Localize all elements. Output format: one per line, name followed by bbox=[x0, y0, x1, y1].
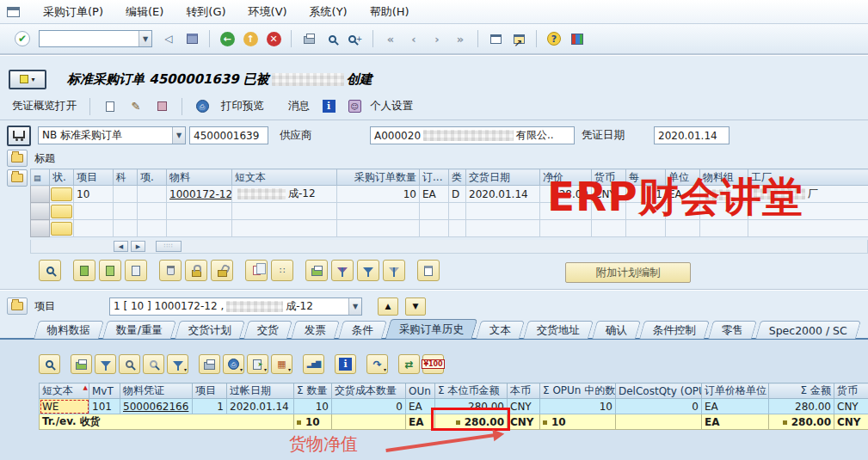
graphic-icon[interactable]: ▂▅▇ bbox=[303, 354, 324, 374]
column-item[interactable]: 项目 bbox=[74, 169, 114, 186]
empty-cell[interactable] bbox=[466, 203, 540, 220]
col-item[interactable]: 项目 bbox=[193, 383, 227, 399]
exit-button[interactable]: ↑ bbox=[240, 29, 261, 49]
col-amount-lc[interactable]: Σ 本位币金额 bbox=[435, 383, 508, 399]
vendor-field[interactable]: A000020有限公.. bbox=[370, 126, 575, 144]
item-cat-cell[interactable] bbox=[138, 186, 167, 203]
totals-label-cell[interactable]: Tr./ev. 收货 bbox=[40, 414, 294, 430]
messages-button[interactable]: 消息 bbox=[285, 97, 313, 115]
col-qty-opun[interactable]: Σ OPUn 中的数量 bbox=[540, 383, 616, 399]
currency-cell[interactable]: CNY bbox=[834, 399, 868, 414]
tab-conditions[interactable]: 条件 bbox=[338, 321, 387, 339]
filter-icon[interactable] bbox=[357, 260, 379, 281]
totals-qty-cell[interactable]: 10 bbox=[294, 414, 332, 430]
document-overview-button[interactable]: 凭证概览打开 bbox=[9, 97, 80, 115]
unlock-item-icon[interactable] bbox=[211, 260, 233, 281]
sort-ascending-icon[interactable] bbox=[71, 354, 92, 374]
default-values-icon[interactable]: ∷ bbox=[271, 260, 293, 281]
menu-purchase-order[interactable]: 采购订单(P) bbox=[32, 4, 114, 20]
save-button[interactable] bbox=[182, 29, 202, 49]
empty-cell[interactable] bbox=[466, 220, 540, 237]
menu-help[interactable]: 帮助(H) bbox=[359, 4, 421, 20]
display-change-button[interactable] bbox=[151, 96, 172, 116]
item-detail-icon[interactable] bbox=[73, 260, 95, 281]
totals-delivery-cost-cell[interactable] bbox=[332, 414, 406, 430]
customize-layout-button[interactable] bbox=[567, 29, 588, 49]
chevron-down-icon[interactable]: ▼ bbox=[172, 127, 185, 144]
tab-delivery-address[interactable]: 交货地址 bbox=[523, 321, 594, 339]
header-expand-button[interactable] bbox=[7, 126, 31, 146]
system-menu-icon[interactable] bbox=[7, 7, 20, 17]
help-button[interactable]: ? bbox=[544, 29, 564, 49]
set-filter-icon[interactable]: ▾ bbox=[167, 354, 188, 374]
empty-cell[interactable] bbox=[167, 203, 232, 220]
item-cell[interactable]: 1 bbox=[193, 399, 227, 414]
menu-environment[interactable]: 环境(V) bbox=[237, 4, 299, 20]
empty-cell[interactable] bbox=[232, 203, 337, 220]
new-session-button[interactable] bbox=[485, 29, 506, 49]
enter-button[interactable]: ✔ bbox=[12, 29, 33, 49]
tab-quantities-weights[interactable]: 数量/重量 bbox=[102, 321, 176, 339]
create-document-button[interactable] bbox=[100, 96, 120, 116]
sort-icon[interactable] bbox=[331, 260, 354, 281]
back-button[interactable]: ← bbox=[217, 29, 237, 49]
menu-goto[interactable]: 转到(G) bbox=[175, 4, 237, 20]
material-document-cell[interactable]: 5000062166 bbox=[120, 399, 193, 414]
po-number-field[interactable]: 4500001639 bbox=[189, 126, 268, 144]
scroll-left-button[interactable]: ◀ bbox=[114, 241, 128, 252]
status-cell[interactable] bbox=[50, 220, 74, 237]
totals-qty-opun-cell[interactable]: 10 bbox=[540, 414, 616, 430]
layout-icon[interactable]: ▦▾ bbox=[271, 354, 292, 374]
find-next-button[interactable]: + bbox=[345, 29, 366, 49]
account-cell[interactable] bbox=[114, 186, 138, 203]
change-button[interactable]: ✎ bbox=[126, 96, 146, 116]
posting-date-cell[interactable]: 2020.01.14 bbox=[227, 399, 294, 414]
item-details-icon[interactable] bbox=[39, 260, 61, 281]
empty-cell[interactable] bbox=[449, 220, 466, 237]
item-collapse-button[interactable] bbox=[7, 297, 28, 315]
row-selector[interactable] bbox=[31, 220, 50, 237]
menu-edit[interactable]: 编辑(E) bbox=[114, 4, 175, 20]
find-next-icon[interactable] bbox=[143, 354, 164, 374]
mvt-cell[interactable]: 101 bbox=[89, 399, 120, 414]
short-text-cell[interactable]: 成-12 bbox=[232, 186, 337, 203]
personal-settings-button[interactable]: ☺ bbox=[344, 96, 365, 116]
details-icon[interactable] bbox=[39, 354, 60, 374]
delivery-cost-qty-cell[interactable]: 0 bbox=[332, 399, 406, 414]
column-item-cat[interactable]: 项. bbox=[138, 169, 167, 186]
status-cell[interactable] bbox=[50, 186, 74, 203]
tab-retail[interactable]: 零售 bbox=[708, 321, 757, 339]
column-account[interactable]: 科 bbox=[114, 169, 138, 186]
col-delcostqty-opun[interactable]: DelCostQty (OPUn) bbox=[616, 383, 702, 399]
copy-item-icon[interactable] bbox=[245, 260, 268, 281]
delete-item-icon[interactable] bbox=[159, 260, 182, 281]
totals-currency-cell[interactable]: CNY bbox=[834, 414, 868, 430]
column-delivery-date[interactable]: 交货日期 bbox=[466, 169, 540, 186]
lock-item-icon[interactable] bbox=[185, 260, 207, 281]
currency-icon[interactable]: ¥100 bbox=[422, 354, 444, 374]
print-preview-button[interactable]: ⎙ bbox=[192, 96, 212, 116]
status-cell[interactable] bbox=[50, 203, 74, 220]
print-preview-label[interactable]: 打印预览 bbox=[218, 97, 268, 115]
column-material[interactable]: 物料 bbox=[167, 169, 232, 186]
col-currency[interactable]: 货币 bbox=[834, 383, 868, 399]
item-overview-collapse-button[interactable] bbox=[7, 169, 28, 187]
info-button[interactable]: i bbox=[318, 96, 339, 116]
next-item-button[interactable]: ▼ bbox=[405, 297, 426, 316]
empty-cell[interactable] bbox=[337, 220, 420, 237]
additional-planning-button[interactable]: 附加计划编制 bbox=[565, 262, 691, 283]
print-icon[interactable] bbox=[199, 354, 220, 374]
item-select[interactable]: 1 [ 10 ] 1000172-12 ,成-12 ▼ bbox=[109, 297, 362, 316]
column-short-text[interactable]: 短文本 bbox=[232, 169, 337, 186]
order-price-unit-cell[interactable]: EA bbox=[702, 399, 769, 414]
tab-delivery[interactable]: 交货 bbox=[243, 321, 292, 339]
remove-filter-icon[interactable] bbox=[383, 260, 405, 281]
menu-system[interactable]: 系统(Y) bbox=[299, 4, 359, 20]
col-material-document[interactable]: 物料凭证 bbox=[120, 383, 193, 399]
tab-texts[interactable]: 文本 bbox=[476, 321, 525, 339]
empty-cell[interactable] bbox=[337, 203, 420, 220]
cancel-button[interactable]: ✕ bbox=[263, 29, 284, 49]
totals-order-price-unit-cell[interactable]: EA bbox=[702, 414, 769, 430]
column-date-cat[interactable]: 类 bbox=[449, 169, 466, 186]
first-page-button[interactable]: « bbox=[380, 29, 401, 49]
